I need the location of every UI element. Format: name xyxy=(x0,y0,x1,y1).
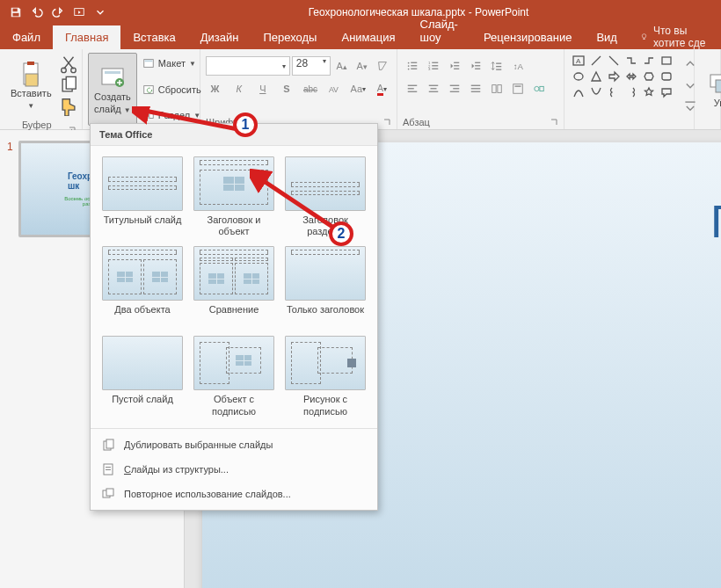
layout-button[interactable]: Макет▼ xyxy=(139,54,205,72)
thumb-number: 1 xyxy=(7,141,13,237)
shape-curve-icon[interactable] xyxy=(570,84,587,100)
qat-customize-icon[interactable] xyxy=(91,4,109,21)
layout-blank[interactable]: Пустой слайд xyxy=(98,332,187,420)
menu-duplicate-slides[interactable]: Дублировать выбранные слайды xyxy=(91,432,377,457)
justify-icon[interactable] xyxy=(466,79,485,98)
new-slide-button[interactable]: Создать слайд ▼ xyxy=(88,53,137,126)
shape-rect-icon[interactable] xyxy=(658,53,675,69)
svg-rect-74 xyxy=(106,469,111,470)
svg-rect-39 xyxy=(496,66,501,67)
tab-design[interactable]: Дизайн xyxy=(188,25,251,49)
italic-button[interactable]: К xyxy=(229,79,248,98)
bold-button[interactable]: Ж xyxy=(206,79,224,98)
shape-line2-icon[interactable] xyxy=(605,53,623,69)
menu-reuse-slides[interactable]: Повторное использование слайдов... xyxy=(91,482,377,506)
numbering-icon[interactable]: 123 xyxy=(424,56,443,76)
align-right-icon[interactable] xyxy=(445,79,464,98)
bullets-icon[interactable] xyxy=(403,56,422,76)
shape-connector2-icon[interactable] xyxy=(640,53,658,69)
align-left-icon[interactable] xyxy=(403,79,422,98)
tab-file[interactable]: Файл xyxy=(0,25,53,49)
align-text-icon[interactable] xyxy=(508,79,528,98)
tab-insert[interactable]: Вставка xyxy=(120,25,187,49)
shape-oval-icon[interactable] xyxy=(570,69,587,84)
svg-rect-27 xyxy=(432,62,438,63)
svg-rect-50 xyxy=(450,91,460,92)
svg-line-77 xyxy=(141,110,246,131)
tab-home[interactable]: Главная xyxy=(53,25,120,49)
tab-slideshow[interactable]: Слайд-шоу xyxy=(408,12,472,49)
increase-indent-icon[interactable] xyxy=(466,56,485,76)
tab-review[interactable]: Рецензирование xyxy=(471,25,584,49)
shape-brace2-icon[interactable] xyxy=(623,84,640,100)
svg-rect-42 xyxy=(408,85,418,86)
font-size-select[interactable]: 28 ▾ xyxy=(292,56,331,76)
smartart-icon[interactable] xyxy=(529,79,549,98)
arrange-button[interactable]: Уп xyxy=(700,53,721,126)
tab-view[interactable]: Вид xyxy=(584,25,630,49)
change-case-icon[interactable]: Aa▾ xyxy=(349,79,368,98)
format-painter-button[interactable] xyxy=(59,97,78,116)
font-color-icon[interactable]: A▾ xyxy=(373,79,391,98)
char-spacing-icon[interactable]: AV xyxy=(325,79,344,98)
columns-icon[interactable] xyxy=(487,79,506,98)
undo-icon[interactable] xyxy=(28,4,46,21)
font-launcher-icon[interactable] xyxy=(382,118,391,127)
tell-me-search[interactable]: Что вы хотите сде xyxy=(630,25,721,49)
svg-rect-48 xyxy=(450,85,460,86)
svg-rect-66 xyxy=(662,73,671,80)
shape-line-icon[interactable] xyxy=(587,53,605,69)
line-spacing-icon[interactable] xyxy=(487,56,506,76)
paragraph-launcher-icon[interactable] xyxy=(550,118,558,127)
clear-formatting-icon[interactable] xyxy=(373,56,391,76)
shape-callout-icon[interactable] xyxy=(658,84,675,100)
shape-triangle-icon[interactable] xyxy=(587,69,605,84)
shadow-button[interactable]: S xyxy=(277,79,295,98)
shape-hexagon-icon[interactable] xyxy=(640,69,658,84)
save-icon[interactable] xyxy=(7,4,25,21)
shape-connector-icon[interactable] xyxy=(623,53,640,69)
shapes-gallery[interactable]: A xyxy=(570,53,675,126)
menu-slides-from-outline[interactable]: Слайды из структуры... xyxy=(91,457,377,482)
svg-rect-55 xyxy=(498,85,501,93)
cut-button[interactable] xyxy=(59,54,78,74)
shape-star-icon[interactable] xyxy=(640,84,658,100)
shape-roundrect-icon[interactable] xyxy=(658,69,675,84)
svg-rect-64 xyxy=(662,57,671,64)
underline-button[interactable]: Ч xyxy=(253,79,272,98)
layout-title-only[interactable]: Только заголовок xyxy=(280,243,370,330)
reset-button[interactable]: Сбросить xyxy=(139,81,205,98)
tab-transitions[interactable]: Переходы xyxy=(251,25,329,49)
svg-rect-31 xyxy=(432,69,438,69)
shape-arrow-icon[interactable] xyxy=(605,69,623,84)
shape-curve2-icon[interactable] xyxy=(587,84,605,100)
copy-button[interactable] xyxy=(59,76,78,95)
svg-rect-54 xyxy=(492,85,496,93)
redo-icon[interactable] xyxy=(49,4,67,21)
decrease-indent-icon[interactable] xyxy=(445,56,464,76)
shape-textbox-icon[interactable]: A xyxy=(570,53,587,69)
font-family-select[interactable]: ▾ xyxy=(206,56,290,76)
start-slideshow-icon[interactable] xyxy=(70,4,88,21)
align-center-icon[interactable] xyxy=(424,79,443,98)
decrease-font-icon[interactable]: A▾ xyxy=(353,56,371,76)
shape-brace-icon[interactable] xyxy=(605,84,623,100)
svg-rect-44 xyxy=(408,91,418,92)
layout-title-slide[interactable]: Титульный слайд xyxy=(98,153,187,241)
svg-text:AV: AV xyxy=(329,85,339,94)
layout-two-content[interactable]: Два объекта xyxy=(98,243,187,330)
svg-rect-71 xyxy=(106,439,113,448)
layout-picture-caption[interactable]: Рисунок с подписью xyxy=(280,332,370,420)
text-direction-icon[interactable]: ↕A xyxy=(508,56,528,76)
svg-rect-73 xyxy=(106,467,111,468)
svg-rect-49 xyxy=(453,88,459,89)
svg-rect-40 xyxy=(496,69,501,70)
tab-animations[interactable]: Анимация xyxy=(329,25,407,49)
svg-line-62 xyxy=(592,56,601,65)
layout-comparison[interactable]: Сравнение xyxy=(189,243,279,330)
strike-button[interactable]: abc xyxy=(302,79,320,98)
increase-font-icon[interactable]: A▴ xyxy=(332,56,351,76)
paste-button[interactable]: Вставить▼ xyxy=(5,53,57,118)
layout-content-caption[interactable]: Объект с подписью xyxy=(189,332,279,420)
shape-arrow2-icon[interactable] xyxy=(623,69,640,84)
